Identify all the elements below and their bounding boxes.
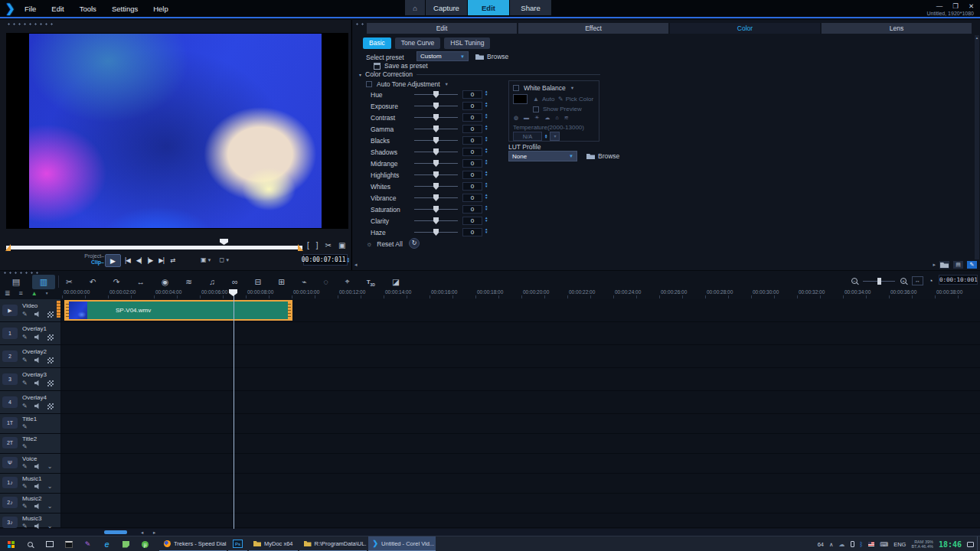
pencil-icon[interactable]: ✎ <box>22 357 28 364</box>
slider-spinner[interactable]: ▲▼ <box>485 171 488 176</box>
slider-spinner[interactable]: ▲▼ <box>485 217 488 222</box>
slider-value-input[interactable]: 0 <box>462 90 482 99</box>
previous-frame-button[interactable]: ◀| <box>136 256 142 264</box>
slider-thumb[interactable] <box>433 137 439 144</box>
show-desktop-button[interactable] <box>977 536 980 551</box>
firefox-window-button[interactable]: Trekers - Speed Dial... <box>159 536 227 551</box>
slider-spinner[interactable]: ▲▼ <box>485 90 488 96</box>
slider-thumb[interactable] <box>433 194 439 201</box>
capture-frame-button[interactable]: ▣▼ <box>201 256 212 263</box>
edge-app-button[interactable]: e <box>97 536 116 551</box>
redo-icon[interactable]: ↷ <box>113 277 120 286</box>
speaker-icon[interactable] <box>34 464 41 470</box>
slider-spinner[interactable]: ▲▼ <box>485 113 488 119</box>
track-header-overlay1[interactable]: 1Overlay1✎ <box>0 322 61 344</box>
subtab-tone-curve[interactable]: Tone Curve <box>395 37 440 49</box>
chevron-down-icon[interactable]: ⌄ <box>47 503 53 510</box>
clip-right-handle[interactable] <box>288 302 291 319</box>
transparency-icon[interactable] <box>47 357 54 364</box>
pencil-icon[interactable]: ✎ <box>22 443 28 450</box>
clock-icon[interactable]: ◔ <box>929 277 933 285</box>
slider-value-input[interactable]: 0 <box>462 102 482 110</box>
pencil-icon[interactable]: ✎ <box>22 380 28 386</box>
slider-spinner[interactable]: ▲▼ <box>485 125 488 130</box>
motion-icon[interactable]: ∞ <box>232 277 238 286</box>
terminal-app-button[interactable] <box>59 536 78 551</box>
preset-dropdown[interactable]: Custom▼ <box>416 51 469 61</box>
speed-remap-icon[interactable]: ⌁ <box>302 277 306 286</box>
chevron-down-icon[interactable]: ▼ <box>445 82 449 86</box>
slider-spinner[interactable]: ▲▼ <box>485 102 488 107</box>
clip-toggle[interactable]: Clip– <box>77 259 104 266</box>
slider-value-input[interactable]: 0 <box>462 136 482 145</box>
speaker-icon[interactable] <box>34 484 41 490</box>
sound-mixer-icon[interactable]: ≋ <box>185 277 192 286</box>
option-tab-edit[interactable]: Edit <box>367 23 517 34</box>
next-frame-button[interactable]: |▶ <box>148 256 153 264</box>
save-as-preset-button[interactable]: Save as preset <box>374 62 428 70</box>
slider-value-input[interactable]: 0 <box>462 194 482 202</box>
scroll-left-button[interactable]: ◂ <box>141 530 143 536</box>
timecode-display[interactable]: 00:00:07:011 ▲▼ <box>303 254 348 266</box>
menu-item-help[interactable]: Help <box>153 5 168 13</box>
slider-value-input[interactable]: 0 <box>462 205 482 214</box>
tab-share[interactable]: Share <box>510 0 551 15</box>
slider-value-input[interactable]: 0 <box>462 125 482 133</box>
chevron-down-icon[interactable]: ⌄ <box>47 463 53 470</box>
home-button[interactable]: |◀ <box>125 256 130 264</box>
edit-panel-button[interactable]: ✎ <box>967 261 977 269</box>
white-balance-checkbox[interactable]: White Balance ▼ <box>513 84 574 92</box>
track-content-title1[interactable] <box>61 414 980 433</box>
slider-value-input[interactable]: 0 <box>462 171 482 179</box>
zoom-out-button[interactable]: − <box>851 278 858 284</box>
slider-value-input[interactable]: 0 <box>462 228 482 236</box>
chevron-down-icon[interactable]: ⌄ <box>47 483 53 490</box>
checkbox-icon[interactable] <box>366 81 372 87</box>
scrollbar-thumb[interactable] <box>104 530 127 534</box>
mask-lasso-icon[interactable]: ◌ <box>323 277 328 286</box>
trim-start-handle[interactable] <box>5 244 11 251</box>
reset-all-button[interactable]: ☼ Reset All <box>366 240 403 248</box>
close-button[interactable]: ✕ <box>969 2 974 10</box>
subtitle-editor-icon[interactable]: ⊟ <box>254 277 261 286</box>
scrub-thumb[interactable] <box>220 239 228 245</box>
restore-button[interactable]: ❐ <box>952 2 959 10</box>
pencil-icon[interactable]: ✎ <box>22 403 28 409</box>
explorer-programdata-window-button[interactable]: R:\ProgramData\UL.. <box>299 536 367 551</box>
utorrent-app-button[interactable]: µ <box>136 536 155 551</box>
scrub-bar[interactable] <box>6 246 302 249</box>
panel-grip[interactable] <box>6 23 54 25</box>
chevron-down-icon[interactable]: ⌄ <box>47 523 53 529</box>
slider-thumb[interactable] <box>433 183 439 190</box>
track-content-overlay4[interactable] <box>61 391 980 413</box>
slider-value-input[interactable]: 0 <box>462 148 482 156</box>
menu-item-tools[interactable]: Tools <box>80 5 96 13</box>
home-button[interactable]: ⌂ <box>405 0 425 15</box>
clip-sp-v04[interactable]: SP-V04.wmv <box>64 300 292 321</box>
slider-thumb[interactable] <box>433 114 439 121</box>
transparency-icon[interactable] <box>47 311 54 318</box>
transparency-icon[interactable] <box>47 334 54 341</box>
checkbox-icon[interactable] <box>533 106 539 112</box>
fit-project-icon[interactable]: ↔ <box>136 277 145 286</box>
storyboard-panel-button[interactable]: ▤ <box>953 261 963 269</box>
timecode-spinner[interactable]: ▲▼ <box>348 257 350 262</box>
transparency-icon[interactable] <box>47 403 54 409</box>
taskbar-clock[interactable]: 18:46 <box>939 540 962 549</box>
slider-spinner[interactable]: ▲▼ <box>485 148 488 153</box>
auto-music-icon[interactable]: ♫ <box>209 277 215 286</box>
record-capture-icon[interactable]: ◉ <box>162 277 168 286</box>
slider-value-input[interactable]: 0 <box>462 113 482 122</box>
track-content-voice[interactable] <box>61 454 980 473</box>
slider-value-input[interactable]: 0 <box>462 217 482 225</box>
subtab-basic[interactable]: Basic <box>363 37 391 49</box>
browse-lut-button[interactable]: Browse <box>586 152 619 160</box>
chevron-down-icon[interactable]: ▼ <box>570 86 574 90</box>
mark-out-button[interactable]: ] <box>316 241 318 249</box>
slider-thumb[interactable] <box>433 103 439 109</box>
pencil-icon[interactable]: ✎ <box>22 334 28 341</box>
speaker-icon[interactable] <box>34 357 41 364</box>
menu-item-settings[interactable]: Settings <box>112 5 138 13</box>
photoshop-window-button[interactable]: Ps <box>228 536 247 551</box>
panel-grip[interactable] <box>354 23 365 25</box>
